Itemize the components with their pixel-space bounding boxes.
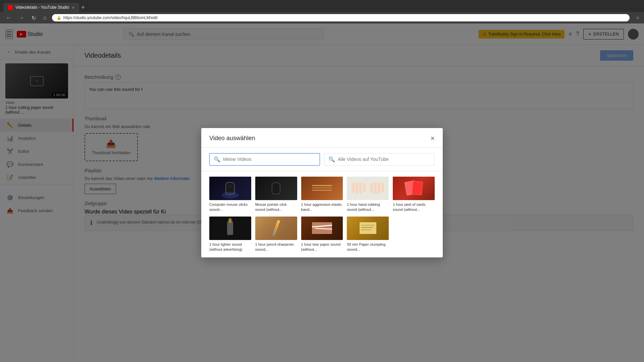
my-videos-search-box[interactable]: 🔍 [209, 153, 320, 166]
video-card[interactable]: Computer mouse clicks sound... [209, 177, 251, 213]
video-card-title: Computer mouse clicks sound... [209, 202, 251, 213]
my-videos-search-input[interactable] [223, 157, 316, 162]
video-card-title: 1 hour aggressive elastic band... [301, 202, 343, 213]
video-thumbnail [209, 177, 251, 200]
modal-close-button[interactable]: × [430, 135, 435, 142]
url-text: https://studio.youtube.com/video/hquLBB6… [63, 15, 158, 20]
video-thumbnail [255, 217, 297, 240]
video-thumbnail [209, 217, 251, 240]
all-videos-search-icon: 🔍 [328, 156, 335, 163]
modal-header: Video auswählen × [201, 128, 443, 148]
video-card[interactable]: 1 hour aggressive elastic band... [301, 177, 343, 213]
browser-tabs: Videodetails - YouTube Studio × + [0, 0, 644, 12]
video-card-title: 1 hour lighter sound (without advertisin… [209, 242, 251, 252]
url-bar[interactable]: 🔒 https://studio.youtube.com/video/hquLB… [52, 14, 630, 21]
tab-close-button[interactable]: × [72, 5, 74, 10]
modal-body: Computer mouse clicks sound... Mouse poi… [201, 171, 443, 258]
video-thumbnail [301, 217, 343, 240]
forward-button[interactable]: → [17, 14, 26, 21]
home-button[interactable]: ⌂ [41, 14, 49, 21]
video-thumbnail [347, 177, 389, 200]
video-card[interactable]: 1 hour lighter sound (without advertisin… [209, 217, 251, 252]
video-card-title: 1 hour hand rubbing sound (without... [347, 202, 389, 213]
video-card-title: 1 hour tear paper sound (without... [301, 242, 343, 252]
video-card[interactable]: 1 hour tear paper sound (without... [301, 217, 343, 252]
video-card[interactable]: 1 hour pencil sharpener sound... [255, 217, 297, 252]
video-thumbnail [393, 177, 435, 200]
video-card[interactable]: 50 min Paper clumpling sound... [347, 217, 389, 252]
video-card-title: 1 hour peel of cards sound (without... [393, 202, 435, 213]
video-select-modal: Video auswählen × 🔍 🔍 [201, 128, 443, 258]
browser-tab[interactable]: Videodetails - YouTube Studio × [3, 3, 79, 12]
all-videos-search-input[interactable] [338, 157, 430, 162]
tab-title: Videodetails - YouTube Studio [15, 5, 69, 10]
modal-search-area: 🔍 🔍 [201, 148, 443, 171]
video-card-title: Mouse pointer click sound (without... [255, 202, 297, 213]
video-card[interactable]: Mouse pointer click sound (without... [255, 177, 297, 213]
tab-favicon [8, 5, 13, 10]
video-card-title: 1 hour pencil sharpener sound... [255, 242, 297, 252]
video-thumbnail [301, 177, 343, 200]
browser-actions: ☆ [636, 15, 640, 20]
my-videos-search-icon: 🔍 [214, 156, 220, 163]
back-button[interactable]: ← [4, 14, 13, 21]
new-tab-button[interactable]: + [81, 4, 85, 11]
browser-bar: ← → ↻ ⌂ 🔒 https://studio.youtube.com/vid… [0, 12, 644, 23]
bookmark-icon[interactable]: ☆ [636, 15, 640, 20]
lock-icon: 🔒 [57, 16, 61, 20]
modal-overlay[interactable]: Video auswählen × 🔍 🔍 [0, 23, 644, 362]
modal-title: Video auswählen [209, 135, 255, 142]
video-card[interactable]: 1 hour peel of cards sound (without... [393, 177, 435, 213]
video-card-title: 50 min Paper clumpling sound... [347, 242, 389, 252]
browser-chrome: Videodetails - YouTube Studio × + ← → ↻ … [0, 0, 644, 23]
video-card[interactable]: 1 hour hand rubbing sound (without... [347, 177, 389, 213]
video-grid: Computer mouse clicks sound... Mouse poi… [209, 177, 435, 252]
video-thumbnail [255, 177, 297, 200]
refresh-button[interactable]: ↻ [30, 14, 38, 22]
all-videos-search-box[interactable]: 🔍 [324, 153, 435, 166]
video-thumbnail [347, 217, 389, 240]
